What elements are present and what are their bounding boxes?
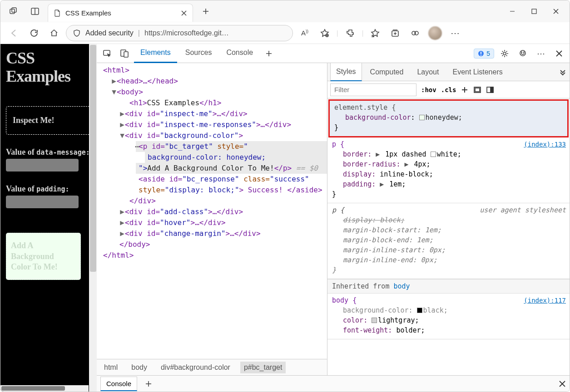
close-drawer-icon[interactable] xyxy=(559,380,566,387)
shield-icon xyxy=(73,29,81,37)
close-devtools-icon[interactable] xyxy=(551,46,567,61)
breadcrumb-body[interactable]: body xyxy=(128,362,151,373)
inspect-element-icon[interactable] xyxy=(99,46,115,61)
new-style-rule-icon[interactable] xyxy=(461,86,469,94)
issues-badge[interactable]: 5 xyxy=(474,49,494,59)
svg-rect-0 xyxy=(10,9,15,14)
refresh-button[interactable] xyxy=(26,25,42,41)
body-rule[interactable]: (index):117 body { background-color: bla… xyxy=(327,294,570,339)
console-drawer: Console xyxy=(97,375,570,392)
dom-panel: <html> ▶<head>…</head> ▼<body> <h1>CSS E… xyxy=(97,63,327,375)
issue-count: 5 xyxy=(486,50,490,57)
background-color-box[interactable]: Add A Background Color To Me! xyxy=(6,233,81,280)
computed-sidebar-icon[interactable] xyxy=(473,86,481,94)
p-rule[interactable]: (index):133 p { border: ▶ 1px dashed whi… xyxy=(327,137,570,203)
tab-event-listeners[interactable]: Event Listeners xyxy=(447,63,508,81)
close-tab-icon[interactable] xyxy=(181,10,187,16)
home-button[interactable] xyxy=(46,25,62,41)
svg-rect-40 xyxy=(475,88,480,92)
tab-layout[interactable]: Layout xyxy=(411,63,444,81)
svg-rect-29 xyxy=(481,52,481,54)
tab-computed[interactable]: Computed xyxy=(365,63,409,81)
horizontal-scrollbar[interactable] xyxy=(0,385,89,392)
selected-dom-node[interactable]: <p id="bc_target" style=" xyxy=(136,141,327,152)
svg-point-34 xyxy=(524,52,525,53)
breadcrumb-p[interactable]: p#bc_target xyxy=(240,362,286,373)
svg-rect-25 xyxy=(124,52,128,57)
ua-p-rule[interactable]: user agent stylesheet p { display: block… xyxy=(327,203,570,279)
styles-filter-row: :hov .cls xyxy=(327,81,570,98)
element-style-rule[interactable]: element.style { background-color: honeyd… xyxy=(328,99,569,137)
devtools-body: <html> ▶<head>…</head> ▼<body> <h1>CSS E… xyxy=(97,63,570,375)
back-button[interactable] xyxy=(6,25,22,41)
add-tab-icon[interactable] xyxy=(261,46,277,61)
toggle-rendering-icon[interactable] xyxy=(486,86,494,94)
content-area: CSS Examples Inspect Me! Value of data-m… xyxy=(0,44,570,392)
inherited-header: Inherited from body xyxy=(327,279,570,294)
styles-more-icon[interactable] xyxy=(559,68,567,76)
svg-rect-9 xyxy=(532,9,536,14)
tab-elements[interactable]: Elements xyxy=(134,44,177,63)
more-menu-button[interactable]: ⋯ xyxy=(447,25,463,41)
tab-sources[interactable]: Sources xyxy=(179,44,218,63)
address-bar[interactable]: Added security | https://microsoftedge.g… xyxy=(66,25,293,41)
tab-console[interactable]: Console xyxy=(220,44,259,63)
favorites-list-icon[interactable] xyxy=(367,25,383,41)
browser-tab[interactable]: CSS Examples xyxy=(48,4,193,22)
svg-point-32 xyxy=(520,50,525,56)
read-aloud-icon[interactable]: A)) xyxy=(297,25,313,41)
tab-overview-icon[interactable] xyxy=(4,2,22,20)
hov-toggle[interactable]: :hov xyxy=(421,86,436,93)
browser-essentials-icon[interactable] xyxy=(407,25,423,41)
extensions-icon[interactable] xyxy=(342,25,358,41)
page-heading: CSS Examples xyxy=(6,49,91,85)
url-text: https://microsoftedge.git… xyxy=(144,29,229,37)
tab-title: CSS Examples xyxy=(65,9,176,17)
styles-tab-bar: Styles Computed Layout Event Listeners xyxy=(327,63,570,81)
drawer-add-icon[interactable] xyxy=(141,376,156,392)
breadcrumb-html[interactable]: html xyxy=(100,362,121,373)
svg-point-33 xyxy=(521,52,522,53)
rendered-page: CSS Examples Inspect Me! Value of data-m… xyxy=(0,44,97,392)
vertical-scrollbar[interactable] xyxy=(89,44,97,392)
devtools-tab-bar: Elements Sources Console 5 ⋯ xyxy=(97,44,570,63)
drawer-tab-console[interactable]: Console xyxy=(100,377,137,391)
svg-point-31 xyxy=(503,52,506,55)
value-label-datamessage: Value of data-message: xyxy=(6,147,91,157)
settings-icon[interactable] xyxy=(497,46,512,61)
styles-panel: Styles Computed Layout Event Listeners :… xyxy=(327,63,570,375)
styles-rules[interactable]: element.style { background-color: honeyd… xyxy=(327,98,570,375)
page-icon xyxy=(54,10,61,17)
breadcrumb-div[interactable]: div#background-color xyxy=(157,362,234,373)
maximize-button[interactable] xyxy=(524,3,544,20)
svg-rect-1 xyxy=(12,8,16,12)
close-window-button[interactable] xyxy=(546,3,566,20)
security-label: Added security xyxy=(85,29,134,37)
split-screen-icon[interactable] xyxy=(26,2,44,20)
profile-avatar[interactable] xyxy=(427,25,443,41)
styles-filter-input[interactable] xyxy=(330,83,416,96)
device-toolbar-icon[interactable] xyxy=(117,46,132,61)
dom-tree[interactable]: <html> ▶<head>…</head> ▼<body> <h1>CSS E… xyxy=(97,63,327,359)
inspect-me-box[interactable]: Inspect Me! xyxy=(6,106,91,135)
cls-toggle[interactable]: .cls xyxy=(441,86,456,93)
padding-input[interactable] xyxy=(6,196,79,208)
svg-rect-42 xyxy=(491,87,493,93)
value-label-padding: Value of padding: xyxy=(6,184,91,194)
collections-icon[interactable] xyxy=(387,25,403,41)
new-tab-button[interactable] xyxy=(197,2,215,20)
favorite-icon[interactable] xyxy=(317,25,333,41)
svg-rect-30 xyxy=(481,54,481,55)
minimize-button[interactable] xyxy=(502,3,522,20)
rule-source-link-body[interactable]: (index):117 xyxy=(524,295,566,305)
data-message-input[interactable] xyxy=(6,159,79,172)
window-controls xyxy=(502,3,566,20)
rule-source-link[interactable]: (index):133 xyxy=(524,139,566,149)
toolbar: Added security | https://microsoftedge.g… xyxy=(0,22,570,44)
devtools: Elements Sources Console 5 ⋯ xyxy=(97,44,570,392)
devtools-more-icon[interactable]: ⋯ xyxy=(533,46,549,61)
browser-tab-strip: CSS Examples xyxy=(0,0,570,22)
feedback-icon[interactable] xyxy=(515,46,530,61)
dom-breadcrumbs: html body div#background-color p#bc_targ… xyxy=(97,359,327,375)
tab-styles[interactable]: Styles xyxy=(330,63,362,81)
